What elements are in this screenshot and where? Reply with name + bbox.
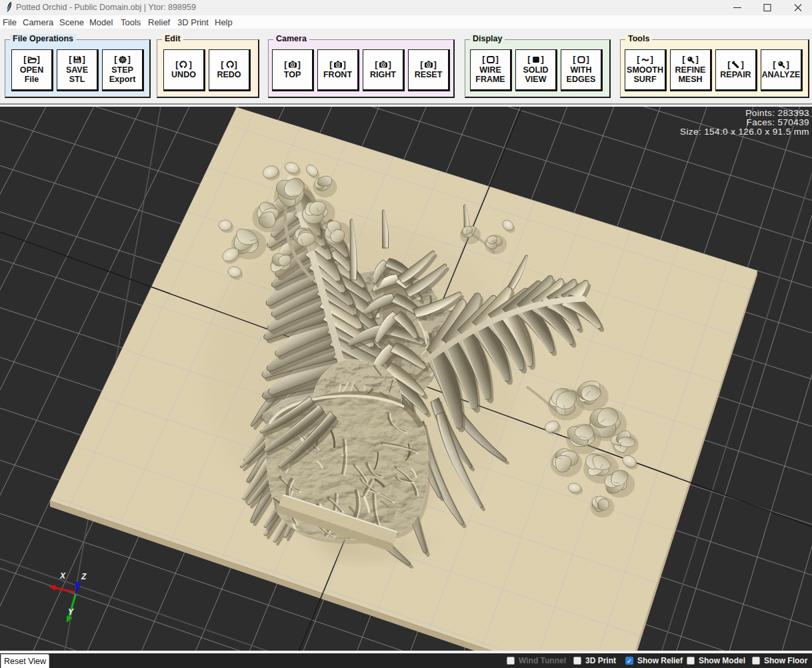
svg-text:Y: Y [68, 607, 74, 617]
svg-text:X: X [59, 571, 66, 581]
svg-text:Z: Z [81, 572, 87, 581]
